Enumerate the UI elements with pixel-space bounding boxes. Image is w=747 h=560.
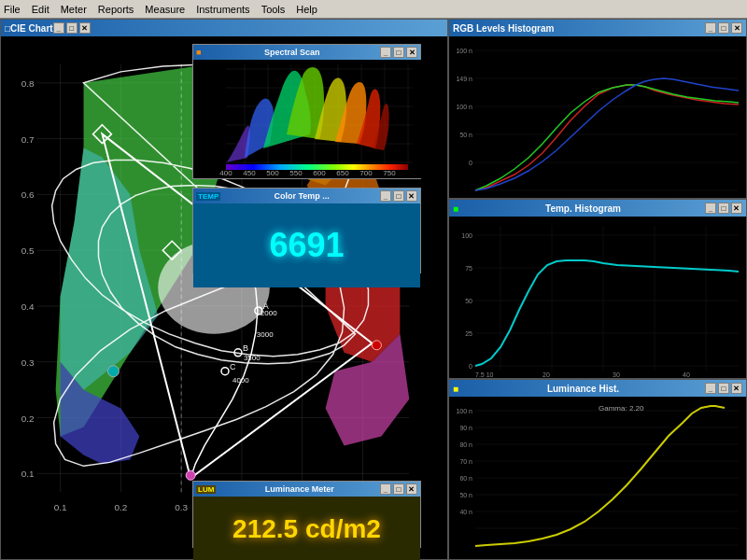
svg-text:4000: 4000 [233, 376, 249, 385]
temp-histogram-panel: ■ Temp. Histogram _ □ ✕ [448, 199, 747, 379]
color-temp-window: TEMP Color Temp ... _ □ ✕ 6691 [192, 188, 421, 273]
rgb-maximize-btn[interactable]: □ [718, 22, 729, 34]
colortemp-icon: TEMP [196, 192, 220, 201]
rgb-histogram-panel: RGB Levels Histogram _ □ ✕ [448, 19, 747, 199]
svg-text:650: 650 [336, 169, 349, 177]
svg-text:750: 750 [383, 169, 396, 177]
color-temp-value: 6691 [269, 226, 344, 265]
svg-point-47 [221, 368, 229, 375]
svg-text:50 n: 50 n [459, 132, 472, 138]
rgb-histogram-titlebar[interactable]: RGB Levels Histogram _ □ ✕ [449, 20, 746, 36]
svg-text:20: 20 [543, 371, 550, 378]
right-panels: RGB Levels Histogram _ □ ✕ [448, 19, 747, 560]
lum-hist-close-btn[interactable]: ✕ [731, 383, 742, 394]
colortemp-maximize-btn[interactable]: □ [393, 190, 404, 202]
temp-hist-close-btn[interactable]: ✕ [731, 203, 742, 214]
svg-text:7.5 10: 7.5 10 [475, 371, 494, 378]
rgb-title-label: RGB Levels Histogram [453, 23, 554, 34]
svg-text:100: 100 [461, 232, 472, 239]
svg-rect-90 [449, 217, 746, 378]
colortemp-close-btn[interactable]: ✕ [406, 190, 417, 202]
svg-text:0.3: 0.3 [175, 502, 188, 512]
svg-point-51 [107, 366, 119, 377]
svg-text:3500: 3500 [244, 354, 261, 362]
temp-histogram-content: 100 75 50 25 0 7.5 10 20 30 40 [449, 217, 746, 378]
cie-maximize-btn[interactable]: □ [66, 22, 78, 34]
svg-text:0.6: 0.6 [21, 189, 35, 200]
temp-histogram-titlebar[interactable]: ■ Temp. Histogram _ □ ✕ [449, 200, 746, 217]
svg-text:550: 550 [289, 169, 303, 177]
menu-help[interactable]: Help [296, 4, 317, 15]
luminance-value: 212.5 cd/m2 [233, 514, 381, 544]
luminance-meter-titlebar[interactable]: LUM Luminance Meter _ □ ✕ [193, 482, 420, 497]
menu-tools[interactable]: Tools [261, 4, 286, 15]
luminance-icon: LUM [196, 485, 216, 494]
svg-text:C: C [230, 362, 236, 371]
spectral-scan-titlebar[interactable]: ■ Spectral Scan _ □ ✕ [193, 45, 420, 60]
cie-title-label: CIE Chart [10, 23, 53, 34]
menu-measure[interactable]: Measure [145, 4, 185, 15]
spectral-icon: ■ [196, 48, 201, 57]
spectral-minimize-btn[interactable]: _ [380, 47, 391, 58]
rgb-close-btn[interactable]: ✕ [731, 22, 742, 34]
cie-close-btn[interactable]: ✕ [79, 22, 91, 34]
rgb-title-buttons: _ □ ✕ [705, 22, 742, 34]
spectral-scan-window: ■ Spectral Scan _ □ ✕ [192, 44, 421, 179]
temp-hist-title: Temp. Histogram [545, 203, 621, 214]
luminance-display: 212.5 cd/m2 [193, 497, 420, 560]
lum-hist-title: Luminance Hist. [547, 384, 619, 394]
spectral-maximize-btn[interactable]: □ [393, 47, 404, 58]
svg-point-53 [186, 470, 195, 480]
svg-text:50 n: 50 n [459, 492, 472, 498]
spectral-title-buttons: _ □ ✕ [380, 47, 417, 58]
lum-histogram-titlebar[interactable]: ■ Luminance Hist. _ □ ✕ [449, 380, 746, 397]
menu-instruments[interactable]: Instruments [196, 4, 249, 15]
spectral-scan-content: 400 450 500 550 600 650 700 750 [193, 60, 420, 178]
luminance-title: Luminance Meter [265, 484, 334, 494]
cie-minimize-btn[interactable]: _ [53, 22, 64, 34]
lum-hist-minimize-btn[interactable]: _ [705, 383, 716, 394]
colortemp-title: Color Temp ... [274, 191, 329, 201]
svg-text:0.8: 0.8 [21, 78, 35, 89]
svg-text:600: 600 [313, 169, 326, 177]
svg-text:40 n: 40 n [459, 509, 472, 515]
svg-text:0.1: 0.1 [54, 502, 67, 512]
lum-histogram-content: 100 n 90 n 80 n 70 n 60 n 50 n 40 n Gamm… [449, 397, 746, 559]
cie-titlebar[interactable]: □ CIE Chart _ □ ✕ [1, 20, 447, 36]
svg-text:Gamma: 2.20: Gamma: 2.20 [599, 404, 644, 413]
rgb-histogram-content: 100 n 149 n 100 n 50 n 0 [449, 36, 746, 198]
svg-text:70 n: 70 n [459, 458, 472, 465]
luminance-close-btn[interactable]: ✕ [406, 483, 417, 495]
svg-text:0.2: 0.2 [114, 502, 127, 512]
colortemp-minimize-btn[interactable]: _ [380, 190, 391, 202]
luminance-minimize-btn[interactable]: _ [380, 483, 391, 495]
svg-text:B: B [243, 343, 248, 353]
svg-text:100 n: 100 n [456, 48, 472, 54]
spectral-close-btn[interactable]: ✕ [406, 47, 417, 58]
cie-chart-area: 0.8 0.7 0.6 0.5 0.4 0.3 0.2 0.1 0.1 0.2 … [1, 36, 447, 559]
lum-hist-maximize-btn[interactable]: □ [718, 383, 729, 394]
rgb-histogram-svg: 100 n 149 n 100 n 50 n 0 [449, 36, 746, 198]
temp-hist-minimize-btn[interactable]: _ [705, 203, 716, 214]
luminance-maximize-btn[interactable]: □ [393, 483, 404, 495]
svg-text:90 n: 90 n [459, 425, 472, 431]
svg-text:400: 400 [219, 169, 233, 177]
svg-point-52 [372, 341, 381, 350]
svg-text:25: 25 [465, 330, 472, 337]
temp-histogram-svg: 100 75 50 25 0 7.5 10 20 30 40 [449, 217, 746, 378]
menu-bar: File Edit Meter Reports Measure Instrume… [0, 0, 747, 19]
rgb-minimize-btn[interactable]: _ [705, 22, 716, 34]
menu-file[interactable]: File [4, 4, 21, 15]
luminance-title-buttons: _ □ ✕ [380, 483, 417, 495]
svg-text:0.4: 0.4 [21, 301, 35, 312]
lum-hist-buttons: _ □ ✕ [705, 383, 742, 394]
svg-text:500: 500 [266, 169, 279, 177]
menu-meter[interactable]: Meter [61, 4, 87, 15]
svg-text:149 n: 149 n [456, 76, 472, 82]
temp-hist-maximize-btn[interactable]: □ [718, 203, 729, 214]
spectral-title: Spectral Scan [264, 48, 320, 57]
svg-text:60 n: 60 n [459, 475, 472, 482]
menu-edit[interactable]: Edit [32, 4, 49, 15]
menu-reports[interactable]: Reports [98, 4, 134, 15]
color-temp-titlebar[interactable]: TEMP Color Temp ... _ □ ✕ [193, 189, 420, 203]
